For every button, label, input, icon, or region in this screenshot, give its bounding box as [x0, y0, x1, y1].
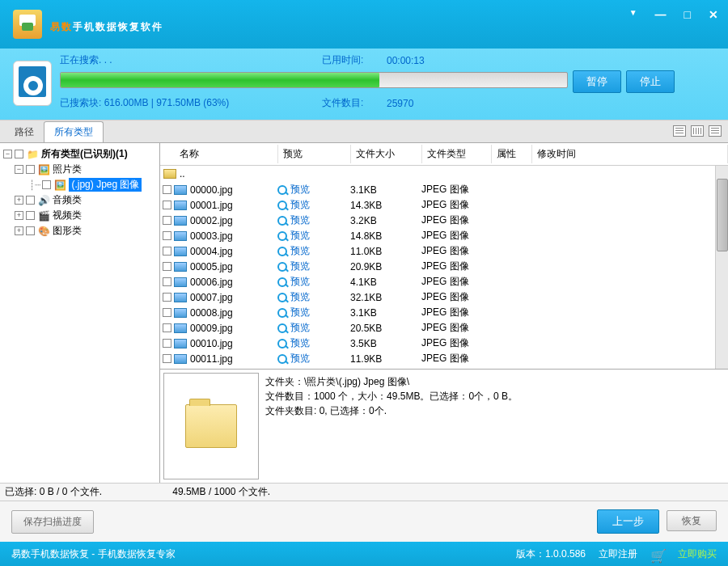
row-checkbox[interactable]: [163, 201, 171, 209]
file-size: 11.0KB: [350, 246, 421, 257]
preview-link[interactable]: 预览: [277, 306, 350, 319]
prev-button[interactable]: 上一步: [597, 509, 659, 534]
row-checkbox[interactable]: [163, 262, 171, 271]
preview-link[interactable]: 预览: [277, 244, 350, 258]
file-row[interactable]: 00012.jpg预览3.4KBJPEG 图像: [160, 366, 715, 369]
register-link[interactable]: 立即注册: [599, 547, 637, 561]
file-type: JPEG 图像: [421, 229, 491, 243]
preview-link[interactable]: 预览: [277, 260, 350, 273]
stop-button[interactable]: 停止: [626, 70, 675, 93]
file-size: 14.8KB: [350, 230, 421, 242]
file-type: JPEG 图像: [421, 183, 491, 196]
file-row[interactable]: 00000.jpg预览3.1KBJPEG 图像: [160, 182, 715, 197]
tree-panel: −📁所有类型(已识别)(1) −🖼️照片类 ┊┈🖼️(.jpg) Jpeg 图像…: [0, 143, 160, 483]
recover-button[interactable]: 恢复: [667, 510, 717, 531]
row-checkbox[interactable]: [163, 277, 171, 286]
preview-link[interactable]: 预览: [277, 229, 350, 243]
row-checkbox[interactable]: [163, 247, 171, 256]
tree-jpeg[interactable]: ┊┈🖼️(.jpg) Jpeg 图像: [2, 177, 158, 192]
file-row[interactable]: 00002.jpg预览3.2KBJPEG 图像: [160, 213, 715, 228]
magnifier-icon: [277, 308, 287, 318]
footer-version: 版本：1.0.0.586: [516, 547, 586, 561]
row-checkbox[interactable]: [163, 339, 171, 348]
row-checkbox[interactable]: [163, 323, 171, 332]
tree-audio[interactable]: +🔊音频类: [2, 192, 158, 208]
preview-link[interactable]: 预览: [277, 275, 350, 289]
searched-label: 已搜索块: 616.00MB | 971.50MB (63%): [60, 96, 322, 110]
scrollbar[interactable]: [715, 166, 728, 369]
tab-alltypes[interactable]: 所有类型: [44, 121, 104, 142]
file-row[interactable]: 00001.jpg预览14.3KBJPEG 图像: [160, 197, 715, 213]
col-name[interactable]: 名称: [175, 145, 278, 163]
tab-path[interactable]: 路径: [5, 122, 44, 142]
preview-link[interactable]: 预览: [277, 290, 350, 304]
file-size: 14.3KB: [350, 200, 421, 211]
preview-link[interactable]: 预览: [277, 367, 350, 369]
file-type: JPEG 图像: [421, 336, 491, 350]
menu-dropdown-icon[interactable]: ▼: [629, 8, 637, 21]
row-checkbox[interactable]: [163, 354, 171, 363]
view-grid-icon[interactable]: [673, 125, 686, 137]
filelist-header: 名称 预览 文件大小 文件类型 属性 修改时间: [160, 143, 728, 166]
file-name: 00005.jpg: [190, 261, 277, 272]
tree-root[interactable]: −📁所有类型(已识别)(1): [2, 146, 158, 162]
detail-panel: 文件夹：\照片类\(.jpg) Jpeg 图像\ 文件数目：1000 个，大小：…: [160, 369, 728, 483]
file-row[interactable]: 00006.jpg预览4.1KBJPEG 图像: [160, 274, 715, 289]
magnifier-icon: [277, 323, 287, 333]
file-size: 3.4KB: [350, 369, 421, 370]
file-row[interactable]: 00008.jpg预览3.1KBJPEG 图像: [160, 305, 715, 320]
magnifier-icon: [277, 293, 287, 302]
pause-button[interactable]: 暂停: [573, 70, 621, 93]
col-date[interactable]: 修改时间: [532, 145, 728, 163]
view-list-icon[interactable]: [691, 125, 704, 137]
file-type: JPEG 图像: [421, 213, 491, 227]
file-row[interactable]: 00011.jpg预览11.9KBJPEG 图像: [160, 351, 715, 366]
row-checkbox[interactable]: [163, 293, 171, 302]
preview-link[interactable]: 预览: [277, 336, 350, 350]
file-size: 3.1KB: [350, 307, 421, 319]
view-thumb-icon[interactable]: [709, 125, 722, 137]
tree-photo[interactable]: −🖼️照片类: [2, 162, 158, 177]
file-name: 00007.jpg: [190, 292, 277, 303]
col-type[interactable]: 文件类型: [422, 145, 492, 163]
file-row[interactable]: 00003.jpg预览14.8KBJPEG 图像: [160, 228, 715, 243]
tree-graphics[interactable]: +🎨图形类: [2, 223, 158, 239]
tree-video[interactable]: +🎬视频类: [2, 208, 158, 223]
col-attr[interactable]: 属性: [492, 145, 532, 163]
filecount-value: 25970: [387, 98, 413, 109]
file-row[interactable]: 00010.jpg预览3.5KBJPEG 图像: [160, 336, 715, 351]
preview-link[interactable]: 预览: [277, 352, 350, 365]
file-size: 32.1KB: [350, 292, 421, 303]
close-button[interactable]: ✕: [709, 8, 718, 21]
magnifier-icon: [277, 231, 287, 241]
file-type: JPEG 图像: [421, 244, 491, 258]
maximize-button[interactable]: □: [684, 8, 691, 21]
up-dir-row[interactable]: ..: [160, 166, 715, 182]
file-name: 00003.jpg: [190, 230, 277, 242]
image-file-icon: [174, 201, 187, 210]
big-folder-icon: [185, 404, 237, 448]
magnifier-icon: [277, 339, 287, 348]
file-row[interactable]: 00004.jpg预览11.0KBJPEG 图像: [160, 243, 715, 259]
file-row[interactable]: 00009.jpg预览20.5KBJPEG 图像: [160, 320, 715, 336]
file-type: JPEG 图像: [421, 367, 491, 369]
image-file-icon: [174, 293, 187, 302]
row-checkbox[interactable]: [163, 216, 171, 225]
preview-link[interactable]: 预览: [277, 213, 350, 227]
row-checkbox[interactable]: [163, 185, 171, 194]
row-checkbox[interactable]: [163, 308, 171, 317]
filecount-label: 文件数目:: [322, 96, 383, 110]
detail-thumbnail: [163, 373, 259, 479]
preview-link[interactable]: 预览: [277, 321, 350, 335]
image-file-icon: [174, 262, 187, 272]
buy-link[interactable]: 立即购买: [678, 547, 717, 561]
minimize-button[interactable]: —: [655, 8, 667, 21]
preview-link[interactable]: 预览: [277, 198, 350, 212]
file-row[interactable]: 00007.jpg预览32.1KBJPEG 图像: [160, 289, 715, 305]
col-preview[interactable]: 预览: [278, 145, 351, 163]
preview-link[interactable]: 预览: [277, 183, 350, 196]
col-size[interactable]: 文件大小: [351, 145, 422, 163]
file-row[interactable]: 00005.jpg预览20.9KBJPEG 图像: [160, 259, 715, 274]
save-progress-button[interactable]: 保存扫描进度: [11, 510, 94, 534]
row-checkbox[interactable]: [163, 231, 171, 240]
